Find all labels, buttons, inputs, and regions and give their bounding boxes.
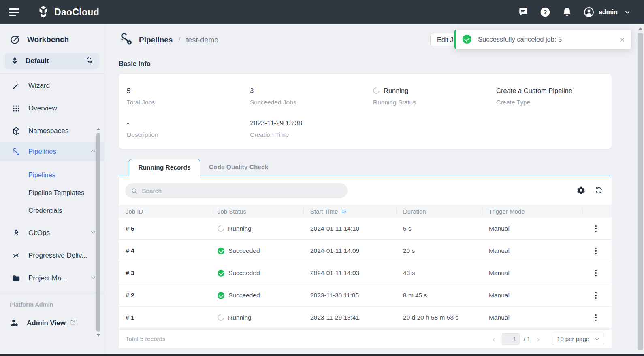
scrollbar-thumb[interactable] <box>638 33 643 350</box>
workspace-selector[interactable]: Default <box>5 53 99 69</box>
sidebar-item-label: GitOps <box>28 229 50 237</box>
workspace-switch-icon[interactable] <box>85 56 94 66</box>
sidebar-scrollbar[interactable] <box>96 126 100 338</box>
column-header-job-id[interactable]: Job ID <box>119 205 211 218</box>
sidebar-subitem-pipeline-templates[interactable]: Pipeline Templates <box>0 184 104 201</box>
sidebar-subitem-credentials[interactable]: Credentials <box>0 201 104 219</box>
workspace-icon <box>11 56 19 66</box>
hamburger-menu-icon[interactable] <box>9 8 19 16</box>
user-name: admin <box>599 8 618 16</box>
app-window: DaoCloud ? admin <box>0 0 644 356</box>
field-value: - <box>127 119 250 127</box>
succeeded-check-icon <box>218 248 224 254</box>
pagination: ‹ 1 / 1 › 10 per page <box>490 333 604 345</box>
sidebar-subitem-pipelines[interactable]: Pipelines <box>0 166 104 184</box>
basic-info-title: Basic Info <box>119 60 151 68</box>
admin-user-icon <box>10 318 19 328</box>
page-size-select[interactable]: 10 per page <box>552 333 604 345</box>
column-header-duration[interactable]: Duration <box>396 205 482 218</box>
table-header: Job ID Job Status Start Time Duration Tr… <box>119 205 612 218</box>
row-actions-menu-icon[interactable] <box>593 313 598 323</box>
row-actions-menu-icon[interactable] <box>593 246 598 256</box>
column-header-trigger-mode[interactable]: Trigger Mode <box>482 205 582 218</box>
message-icon[interactable] <box>518 7 529 18</box>
scrollbar-up-arrow[interactable] <box>97 128 100 130</box>
sort-descending-icon[interactable] <box>341 208 348 215</box>
duration-cell: 20 s <box>396 247 482 254</box>
sidebar-item-overview[interactable]: Overview <box>0 97 104 120</box>
field-label: Creation Time <box>250 131 373 138</box>
sidebar-menu: Wizard Overview Namespaces <box>0 73 104 290</box>
sidebar-item-label: Project Ma... <box>28 274 67 282</box>
breadcrumb-root[interactable]: Pipelines <box>139 36 173 44</box>
tab-code-quality-check[interactable]: Code Quality Check <box>200 158 277 176</box>
current-page-input[interactable]: 1 <box>502 333 520 345</box>
scrollbar-up-arrow[interactable] <box>638 27 642 30</box>
chevron-down-icon <box>594 336 600 342</box>
workbench-header: Workbench <box>0 24 104 52</box>
sidebar-item-progressive-delivery[interactable]: Progressive Deliv... <box>0 244 104 267</box>
sidebar-item-namespaces[interactable]: Namespaces <box>0 120 104 142</box>
trigger-mode-cell: Manual <box>482 314 582 321</box>
succeeded-check-icon <box>218 270 224 277</box>
breadcrumb-current: test-demo <box>186 36 218 44</box>
external-link-icon <box>70 319 76 327</box>
page-scrollbar[interactable] <box>637 24 644 354</box>
column-header-start-time[interactable]: Start Time <box>303 205 396 218</box>
pipeline-icon <box>11 147 21 157</box>
job-status-label: Succeeded <box>228 269 260 277</box>
field-description: - Description <box>127 119 250 151</box>
job-status-label: Succeeded <box>228 247 260 254</box>
row-actions-menu-icon[interactable] <box>593 224 598 234</box>
job-id-cell: # 1 <box>119 314 211 321</box>
sidebar-item-wizard[interactable]: Wizard <box>0 74 104 97</box>
navbar-actions: ? admin <box>518 7 633 18</box>
field-value: 3 <box>250 86 373 95</box>
breadcrumb: Pipelines / test-demo <box>119 32 218 49</box>
admin-view-label: Admin View <box>27 319 66 327</box>
page-count-label: / 1 <box>524 335 531 342</box>
row-actions-cell <box>582 268 612 278</box>
scrollbar-thumb[interactable] <box>96 133 100 332</box>
sidebar-item-gitops[interactable]: GitOps <box>0 222 104 244</box>
table-row: # 2Succeeded2023-11-30 11:058 m 45 sManu… <box>119 284 612 307</box>
refresh-icon[interactable] <box>595 186 603 195</box>
chevron-down-icon <box>90 229 96 237</box>
job-status-cell: Succeeded <box>211 292 303 299</box>
sidebar-item-pipelines[interactable]: Pipelines <box>0 142 104 161</box>
field-value: Running <box>384 87 408 95</box>
field-label: Running Status <box>373 99 496 106</box>
row-actions-menu-icon[interactable] <box>593 268 598 278</box>
trigger-mode-cell: Manual <box>482 247 582 254</box>
tab-running-records[interactable]: Running Records <box>129 159 200 176</box>
total-records-label: Total 5 records <box>126 335 165 342</box>
job-status-label: Running <box>228 314 252 321</box>
previous-page-icon[interactable]: ‹ <box>490 335 498 343</box>
field-create-type: Create a Custom Pipeline Create Type <box>496 86 603 119</box>
toast-close-icon[interactable]: × <box>620 35 625 44</box>
sidebar-item-project-management[interactable]: Project Ma... <box>0 267 104 290</box>
chevron-up-icon <box>90 148 96 156</box>
duration-cell: 8 m 45 s <box>396 292 482 299</box>
sidebar-item-admin-view[interactable]: Admin View <box>0 318 104 328</box>
success-check-icon <box>463 35 471 44</box>
scrollbar-down-arrow[interactable] <box>97 334 100 337</box>
sidebar-item-label: Pipelines <box>28 148 56 156</box>
row-actions-menu-icon[interactable] <box>593 290 598 301</box>
search-input[interactable] <box>142 187 342 195</box>
table-toolbar <box>119 176 612 205</box>
table-body: # 5Running2024-01-11 14:105 sManual# 4Su… <box>119 218 612 329</box>
column-header-job-status[interactable]: Job Status <box>211 205 303 218</box>
settings-gear-icon[interactable] <box>577 186 586 195</box>
table-row: # 3Succeeded2024-01-11 14:0343 sManual <box>119 262 612 284</box>
toast-message: Successfully canceled job: 5 <box>478 36 562 43</box>
window-bottom-edge <box>0 354 644 356</box>
next-page-icon[interactable]: › <box>534 335 542 343</box>
bird-icon <box>11 251 21 261</box>
help-icon[interactable]: ? <box>540 7 551 18</box>
notification-icon[interactable] <box>562 7 573 18</box>
sidebar: Workbench Default Wizard <box>0 24 104 354</box>
user-menu[interactable]: admin <box>584 7 633 18</box>
trigger-mode-cell: Manual <box>482 225 582 232</box>
table-row: # 5Running2024-01-11 14:105 sManual <box>119 218 612 240</box>
